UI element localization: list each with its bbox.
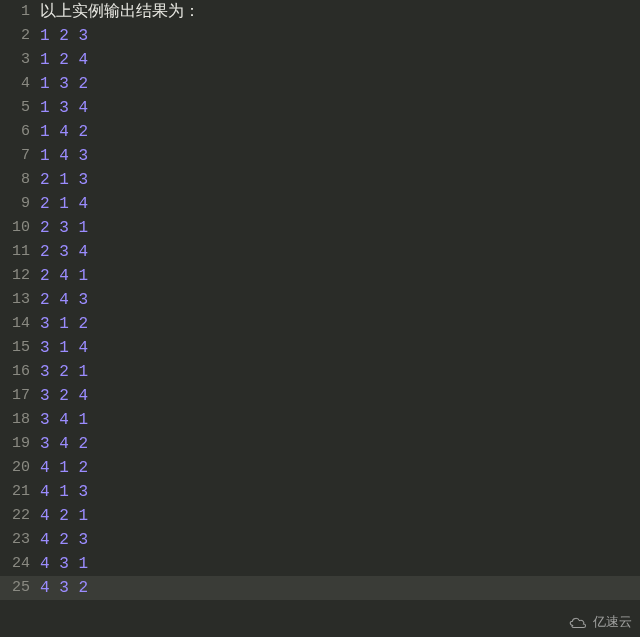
- number-token: 3: [59, 243, 69, 261]
- line-number: 11: [0, 240, 40, 264]
- line-content: 2 4 3: [40, 288, 640, 312]
- code-editor: 1以上实例输出结果为：21 2 331 2 441 3 251 3 461 4 …: [0, 0, 640, 600]
- line-number: 24: [0, 552, 40, 576]
- number-token: 1: [78, 363, 88, 381]
- number-token: 2: [78, 315, 88, 333]
- number-token: 2: [59, 387, 69, 405]
- line-number: 19: [0, 432, 40, 456]
- number-token: 3: [40, 363, 50, 381]
- line-content: 2 4 1: [40, 264, 640, 288]
- line-content: 4 1 2: [40, 456, 640, 480]
- number-token: 1: [59, 195, 69, 213]
- number-token: 1: [59, 339, 69, 357]
- code-line: 224 2 1: [0, 504, 640, 528]
- line-number: 6: [0, 120, 40, 144]
- line-content: 2 3 4: [40, 240, 640, 264]
- line-content: 1 4 3: [40, 144, 640, 168]
- code-line: 204 1 2: [0, 456, 640, 480]
- code-line: 143 1 2: [0, 312, 640, 336]
- number-token: 3: [59, 75, 69, 93]
- number-token: 2: [78, 579, 88, 597]
- cloud-icon: [567, 615, 589, 629]
- code-line: 214 1 3: [0, 480, 640, 504]
- line-number: 20: [0, 456, 40, 480]
- number-token: 4: [40, 555, 50, 573]
- number-token: 4: [59, 147, 69, 165]
- line-number: 15: [0, 336, 40, 360]
- number-token: 3: [59, 99, 69, 117]
- number-token: 2: [59, 27, 69, 45]
- line-number: 14: [0, 312, 40, 336]
- watermark: 亿速云: [567, 613, 632, 631]
- line-content: 3 4 2: [40, 432, 640, 456]
- code-line: 102 3 1: [0, 216, 640, 240]
- number-token: 3: [40, 339, 50, 357]
- code-line: 92 1 4: [0, 192, 640, 216]
- number-token: 3: [59, 219, 69, 237]
- line-number: 7: [0, 144, 40, 168]
- number-token: 2: [40, 243, 50, 261]
- line-number: 18: [0, 408, 40, 432]
- number-token: 4: [78, 195, 88, 213]
- number-token: 4: [40, 483, 50, 501]
- number-token: 4: [59, 123, 69, 141]
- number-token: 1: [40, 27, 50, 45]
- number-token: 4: [40, 531, 50, 549]
- code-line: 61 4 2: [0, 120, 640, 144]
- line-number: 2: [0, 24, 40, 48]
- line-number: 25: [0, 576, 40, 600]
- number-token: 4: [59, 411, 69, 429]
- number-token: 3: [78, 483, 88, 501]
- number-token: 2: [40, 195, 50, 213]
- line-content: 3 1 4: [40, 336, 640, 360]
- line-number: 13: [0, 288, 40, 312]
- line-content: 4 2 3: [40, 528, 640, 552]
- number-token: 1: [59, 171, 69, 189]
- number-token: 4: [40, 459, 50, 477]
- line-content: 3 2 4: [40, 384, 640, 408]
- text-token: 以上实例输出结果为：: [40, 3, 200, 21]
- code-line: 183 4 1: [0, 408, 640, 432]
- line-number: 5: [0, 96, 40, 120]
- code-line: 132 4 3: [0, 288, 640, 312]
- number-token: 1: [40, 51, 50, 69]
- line-number: 16: [0, 360, 40, 384]
- code-line: 51 3 4: [0, 96, 640, 120]
- line-content: 3 4 1: [40, 408, 640, 432]
- number-token: 4: [78, 339, 88, 357]
- number-token: 3: [78, 171, 88, 189]
- number-token: 2: [40, 267, 50, 285]
- line-content: 1 2 3: [40, 24, 640, 48]
- number-token: 1: [78, 267, 88, 285]
- code-line: 173 2 4: [0, 384, 640, 408]
- number-token: 1: [40, 147, 50, 165]
- number-token: 3: [78, 531, 88, 549]
- code-line: 112 3 4: [0, 240, 640, 264]
- line-number: 8: [0, 168, 40, 192]
- number-token: 4: [78, 51, 88, 69]
- line-number: 23: [0, 528, 40, 552]
- number-token: 4: [40, 579, 50, 597]
- code-line: 153 1 4: [0, 336, 640, 360]
- line-content: 4 2 1: [40, 504, 640, 528]
- line-number: 1: [0, 0, 40, 24]
- number-token: 1: [59, 483, 69, 501]
- line-number: 10: [0, 216, 40, 240]
- number-token: 4: [78, 243, 88, 261]
- line-content: 4 3 1: [40, 552, 640, 576]
- code-line: 163 2 1: [0, 360, 640, 384]
- number-token: 3: [78, 27, 88, 45]
- number-token: 4: [40, 507, 50, 525]
- number-token: 2: [78, 123, 88, 141]
- line-content: 1 3 2: [40, 72, 640, 96]
- line-content: 1 2 4: [40, 48, 640, 72]
- code-line: 244 3 1: [0, 552, 640, 576]
- line-content: 4 1 3: [40, 480, 640, 504]
- number-token: 1: [40, 75, 50, 93]
- line-number: 22: [0, 504, 40, 528]
- number-token: 3: [40, 411, 50, 429]
- code-line: 71 4 3: [0, 144, 640, 168]
- number-token: 4: [78, 99, 88, 117]
- number-token: 2: [78, 435, 88, 453]
- line-number: 17: [0, 384, 40, 408]
